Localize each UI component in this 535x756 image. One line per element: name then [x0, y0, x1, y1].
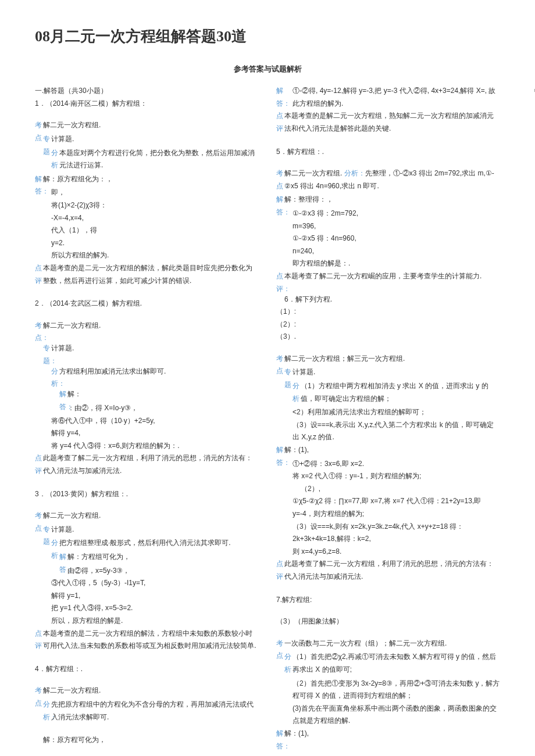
q6-item: （3）. — [276, 331, 500, 343]
q3-dianping: 本题考查的是二元一次方程组的解法，方程组中未知数的系数较小时可用代入法,当未知数… — [43, 628, 259, 653]
content-columns: 一.解答题（共30小题） 1．（2014·南开区二模）解方程组： 考点：解二元一… — [35, 85, 500, 753]
q2-jieda0: 解： — [43, 388, 259, 401]
q6-f3: （3）设===k,表示出 X,y,z,代入第二个方程求出 k 的值，即可确定出 … — [276, 419, 500, 444]
jieda-label: 解答： — [59, 388, 67, 413]
q2-line: 将⑥代入①中，得（10·y）+2=5y, — [35, 415, 259, 428]
kaodian-label: 考点： — [35, 510, 43, 535]
q6-line: ①χ5-②χ2 得：∏x=77,即 x=7,将 x=7 代入①得：21+2y=1… — [276, 495, 500, 520]
answers-subtitle: 参考答案与试题解析 — [35, 62, 500, 76]
q2-line: 将 y=4 代入③得：x=6,则方程组的解为：. — [35, 440, 259, 453]
dianping-label: 点评： — [35, 452, 43, 477]
q7-number: 7.解方程组: — [276, 594, 500, 607]
page-title: 08月二元一次方程组解答题30道 — [35, 23, 500, 51]
q1-line: 将(1)×2-(2)χ3得： — [35, 199, 259, 212]
fenxi-label: 分析： — [43, 698, 51, 723]
q2-kaodian: 解二元一次方程组. — [43, 320, 259, 332]
q6-f2: <2）利用加减消元法求出方程组的解即可； — [276, 406, 500, 419]
q1-kaodian: 解二元一次方程组. — [43, 119, 259, 132]
q3-line: 解得 y=1, — [35, 590, 259, 603]
q6-kaodian: 解二元一次方程组；解三元一次方程组. — [284, 353, 500, 366]
dianping-label: 点评： — [35, 262, 43, 287]
q5-line: 即方程组的解是：. — [276, 257, 500, 270]
dianping-label: 点评： — [35, 628, 43, 653]
q5-line: ①-②x5 得：4n=960, — [276, 232, 500, 245]
q4-jieda0: 解：原方程可化为， — [43, 734, 259, 747]
q1-line: 所以方程组的解为. — [35, 249, 259, 262]
dianping-label: 点评： — [276, 110, 284, 135]
kaodian-label: 考点： — [276, 167, 284, 192]
q2-dianping: 此题考查了解二元一次方程组，利用了消元的思想，消元的方法有：代入消元法与加减消元… — [43, 452, 259, 477]
fenxi-label: 分析： — [51, 147, 59, 172]
q5-line: n=240, — [276, 245, 500, 258]
jieda-label: 解答： — [276, 444, 284, 469]
zhuanti-label: 专题： — [284, 366, 293, 391]
q7-f2: （2）首先把①变形为 3x-2y=8③，再用②+③可消去未知数 y，解方程可得 … — [276, 678, 500, 703]
q1-fenxi: 本题应对两个方程进行化简，把分数化为整数，然后运用加减消元法进行运算. — [43, 147, 259, 172]
kaodian-label: 考点： — [276, 637, 284, 662]
q7-f1: （1）首先把②χ2,再减①可消去未知数 X,解方程可得 y 的值，然后再求出 X… — [284, 651, 500, 676]
q5-kaodian: 解二元一次方程组. 分析：先整理，①-②x3 得出 2m=792,求出 m,①-… — [284, 167, 500, 192]
q5-dianping: 本题考查了解二元一次方程崛的应用，主要考查学生的计算能力. — [284, 270, 500, 283]
q6-jieda0: 解：(1), — [284, 444, 500, 457]
q5-jieda0: 解：整理得：， — [284, 194, 500, 206]
q2-number: 2．（2014·玄武区二模）解方程组. — [35, 298, 259, 310]
q6-item: （2）: — [276, 318, 500, 331]
zhuanti-label: 专题： — [43, 524, 51, 549]
q6-f1: （1）方程组中两方程相加消去 y 求出 X 的值，进而求出 y 的值，即可确定出… — [284, 380, 500, 405]
fenxi-label: 分析： — [51, 537, 59, 562]
zhuanti-label: 专题： — [43, 133, 51, 158]
q6-number: 6．解下列方程. — [276, 293, 500, 306]
q6-line: （2）, — [276, 483, 500, 496]
q7-item: （3）（用图象法解） — [276, 615, 500, 628]
q3-line: 把 y=1 代入③得, x=5-3=2. — [35, 602, 259, 615]
jieda-label: 解答： — [276, 194, 284, 218]
dianping-label: 点评： — [276, 270, 284, 295]
fenxi-label: 分析： — [293, 380, 301, 405]
q1-jieda0: 解：原方程组化为：， — [43, 173, 259, 186]
q6-line: 2k+3k+4k=18,解得：k=2, — [276, 533, 500, 546]
jieda-label: 解答： — [276, 728, 284, 753]
dianping-label: 点评： — [276, 558, 284, 583]
section-header: 一.解答题（共30小题） — [35, 85, 259, 98]
q2-line: 解得 y=4, — [35, 427, 259, 440]
zhuanti-label: 专题： — [43, 342, 51, 367]
q3-zhuanti: 计算题. — [43, 524, 259, 536]
q7-f3: (3)首先在平面直角坐标系中画出两个函数的图象，两函数图象的交点就是方程组的解. — [276, 703, 500, 728]
q4-line: ①-②得, 4y=-12,解得 y=-3,把 y=-3 代入②得, 4x+3=2… — [276, 85, 500, 110]
q6-line: （3）设===k,则有 x=2k,y=3k.z=4k,代入 x+y+z=18 得… — [276, 521, 500, 533]
q6-line: 将 x=2 代入①得：y=-1，则方程组的解为; — [276, 470, 500, 483]
q3-line: 所以，原方程组的解是. — [35, 615, 259, 628]
kaodian-label: 考点： — [35, 685, 43, 710]
q3-fenxi: 把方程组整理成·般形式，然后利用代入消元法其求即可. — [43, 537, 259, 550]
q6-line: 则 x=4,y=6,z=8. — [276, 546, 500, 558]
q2-line: ：由②，得 X=Io-y③， — [35, 402, 259, 415]
kaodian-label: 考点： — [35, 320, 43, 345]
kaodian-label: 考点： — [35, 119, 43, 144]
q1-line: 代入（1），得 — [35, 224, 259, 237]
q3-kaodian: 解二元一次方程组. — [43, 510, 259, 522]
q5-line: ①-②x3 得：2m=792, — [276, 207, 500, 220]
q5-number: 5．解方程组：. — [276, 146, 500, 159]
q6-zhuanti: 计算题. — [284, 366, 500, 379]
q4-fenxi: 先把原方程组中的方程化为不含分母的方程，再用加减消元法或代入消元法求解即可. — [43, 698, 259, 723]
fenxi-label: 分析： — [51, 366, 59, 390]
q4-dianping: 本题考查的是解二元一次方程组，熟知解二元一次方程组的加减消元法和代入消元法是解答… — [284, 110, 500, 135]
jieda-label: 解答： — [59, 551, 67, 576]
jieda-label: 解答： — [35, 173, 43, 198]
q6-line: ①+②得：3x=6,即 x=2. — [276, 458, 500, 471]
jieda-label: 解答： — [276, 85, 284, 110]
q4-kaodian: 解二元一次方程组. — [43, 685, 259, 697]
q3-line: 由②得，x=5y-3③， — [35, 565, 259, 578]
q2-fenxi: 方程组利用加减消元法求出解即可. — [43, 366, 259, 378]
fenxi-label: 分析： — [284, 651, 293, 676]
q1-line: -X=-4,x=4, — [35, 212, 259, 225]
q3-line: ③代入①得，5（5y-3）-I1y=T, — [35, 577, 259, 590]
q3-jieda0: 解：方程组可化为， — [43, 551, 259, 564]
q2-zhuanti: 计算题. — [43, 342, 259, 355]
q5-line: m=396, — [276, 220, 500, 233]
q3-number: 3．（2013·黄冈）解方程组：. — [35, 488, 259, 501]
q6-dianping: 此题考查了解二元一次方程组，利用了消元的思想，消元的方法有：代入消元法与加减消元… — [284, 558, 500, 583]
q1-number: 1．（2014·南开区二模）解方程组： — [35, 98, 259, 110]
q1-line: y=2. — [35, 237, 259, 250]
q7-kaodian: 一次函数与二元一次方程（组）；解二元一次方程组. — [284, 637, 500, 650]
